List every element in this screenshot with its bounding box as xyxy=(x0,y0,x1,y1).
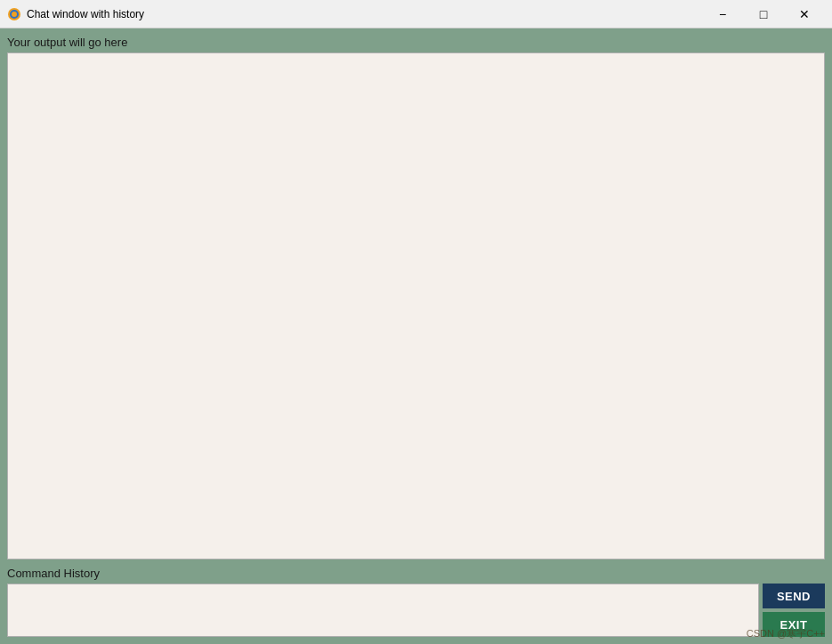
minimize-button[interactable]: − xyxy=(702,0,743,28)
app-icon xyxy=(7,7,21,21)
close-button[interactable]: ✕ xyxy=(784,0,825,28)
exit-button[interactable]: EXIT xyxy=(763,612,825,637)
svg-point-2 xyxy=(12,12,17,17)
send-button[interactable]: SEND xyxy=(763,584,825,608)
button-group: SEND EXIT xyxy=(763,584,825,637)
title-bar: Chat window with history − □ ✕ xyxy=(0,0,832,28)
history-label: Command History xyxy=(7,567,825,580)
input-row: SEND EXIT xyxy=(7,584,825,637)
main-content: Your output will go here Command History… xyxy=(0,28,832,644)
title-bar-left: Chat window with history xyxy=(7,7,144,21)
output-area[interactable] xyxy=(7,52,825,559)
maximize-button[interactable]: □ xyxy=(743,0,784,28)
history-input[interactable] xyxy=(7,584,759,637)
history-section: Command History SEND EXIT xyxy=(7,567,825,637)
title-bar-controls: − □ ✕ xyxy=(702,0,825,28)
window-title: Chat window with history xyxy=(27,8,144,20)
output-label: Your output will go here xyxy=(7,36,825,49)
